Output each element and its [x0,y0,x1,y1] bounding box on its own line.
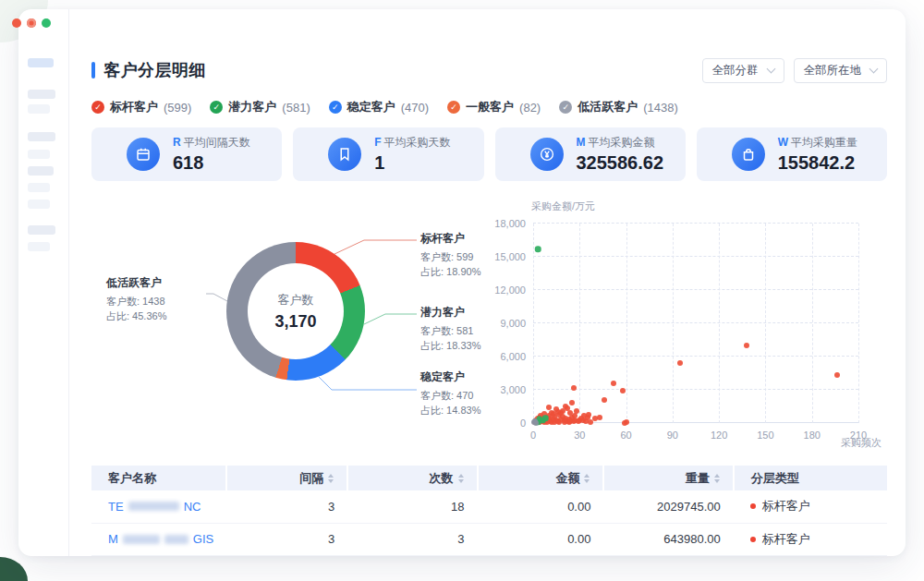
sort-caret-icon[interactable] [458,474,464,483]
interval-cell: 3 [226,490,347,523]
check-circle-icon: ✓ [559,101,572,114]
scatter-point [677,360,683,366]
legend-count: (1438) [643,101,678,115]
x-axis-tick-label: 30 [574,430,585,441]
interval-cell: 3 [226,523,347,555]
y-axis-tick-label: 12,000 [494,284,526,296]
window-zoom-button[interactable] [42,18,51,28]
gridline-horizontal [533,356,858,357]
gridline-vertical [719,224,720,423]
scatter-point [744,343,749,348]
legend-label: 稳定客户 [347,99,395,115]
customer-name-text: NC [184,500,201,514]
stat-label: R平均间隔天数 [173,135,250,151]
segment-type-badge: 标杆客户 [750,531,887,548]
scatter-point [533,420,539,426]
gridline-horizontal [533,223,858,224]
legend-item-3[interactable]: ✓稳定客户(470) [329,99,429,115]
bag-icon [732,138,765,171]
y-axis-tick-label: 0 [520,418,526,429]
location-filter-select[interactable]: 全部所在地 [794,58,888,83]
stat-card-r: R平均间隔天数618 [91,127,282,181]
legend-item-1[interactable]: ✓标杆客户(599) [91,99,191,115]
customer-name-text: TE [108,500,124,514]
sort-caret-icon[interactable] [584,474,590,483]
type-dot-icon [750,503,756,509]
scatter-x-axis-title: 采购频次 [841,436,881,450]
segment-type-badge: 标杆客户 [750,498,887,514]
yen-circle-icon [530,138,564,171]
chevron-down-icon [869,65,879,74]
table-header-4[interactable]: 金额 [478,466,604,490]
amount-cell: 0.00 [478,490,604,523]
scatter-point [542,416,549,422]
table-header-5[interactable]: 重量 [603,466,733,490]
stat-value: 155842.2 [778,152,857,174]
check-circle-icon: ✓ [210,101,223,114]
sidebar-skeleton-item [28,132,55,141]
donut-center-value: 3,170 [274,312,316,332]
sidebar [18,9,69,556]
column-label: 重量 [686,470,710,487]
donut-chart: 客户数 3,170 标杆客户 客户数: 599 占比: 18.90% 潜力客户 … [91,198,498,456]
gridline-vertical [673,224,674,423]
customer-name-text: GIS [193,532,213,546]
sidebar-skeleton-item [28,242,50,251]
y-axis-tick-label: 6,000 [500,351,526,362]
gridline-vertical [626,224,627,423]
times-cell: 3 [347,523,477,555]
customer-name-link[interactable]: MGIS [108,532,226,546]
sidebar-skeleton-item [28,166,54,176]
page-background: 客户分层明细 全部分群 全部所在地 ✓标杆客户(599)✓潜力客户(581)✓稳… [0,0,924,581]
sidebar-skeleton-item [28,104,50,114]
table-header-6: 分层类型 [734,466,887,490]
legend-label: 标杆客户 [110,99,158,115]
sort-caret-icon[interactable] [714,474,720,483]
decor-bottom-left [0,557,28,581]
scatter-point [597,415,602,420]
amount-cell: 0.00 [478,523,604,555]
table-header-2[interactable]: 间隔 [226,466,347,490]
legend-count: (82) [519,101,541,115]
x-axis-tick-label: 60 [620,430,631,441]
legend-count: (581) [282,101,310,115]
stat-value: 1 [374,152,450,174]
stat-card-m: M平均采购金额325586.62 [495,127,686,181]
customer-name-link[interactable]: TENC [108,500,226,514]
gridline-horizontal [533,256,858,257]
main-panel: 客户分层明细 全部分群 全部所在地 ✓标杆客户(599)✓潜力客户(581)✓稳… [69,9,906,556]
scatter-plot-area[interactable]: 03,0006,0009,00012,00015,00018,000030609… [533,224,858,423]
sidebar-skeleton-item [28,225,55,235]
check-circle-icon: ✓ [447,101,460,114]
table-header-3[interactable]: 次数 [347,466,477,490]
legend-item-5[interactable]: ✓低活跃客户(1438) [559,99,678,115]
window-close-button[interactable] [12,18,21,28]
chevron-down-icon [766,65,775,74]
x-axis-tick-label: 120 [711,430,727,441]
group-filter-select[interactable]: 全部分群 [702,58,784,83]
scatter-point [622,420,627,426]
page-title: 客户分层明细 [103,59,206,81]
legend-item-2[interactable]: ✓潜力客户(581) [210,99,310,115]
bookmark-icon [328,138,361,171]
donut-center: 客户数 3,170 [248,263,344,359]
redacted-text [164,535,188,544]
charts-row: 客户数 3,170 标杆客户 客户数: 599 占比: 18.90% 潜力客户 … [91,198,887,456]
donut-ring[interactable]: 客户数 3,170 [226,242,365,381]
column-label: 客户名称 [108,470,156,487]
column-label: 金额 [555,470,579,487]
sidebar-skeleton-item [28,200,50,209]
customer-name-text: M [108,532,118,546]
column-label: 间隔 [299,470,323,487]
scatter-point [611,381,616,386]
legend-item-4[interactable]: ✓一般客户(82) [447,99,541,115]
x-axis-tick-label: 180 [804,430,821,441]
sort-caret-icon[interactable] [328,474,334,483]
window-minimize-button[interactable] [27,18,36,28]
weight-cell: 643980.00 [603,523,733,555]
stat-value: 618 [173,152,250,174]
calendar-icon [127,138,160,171]
times-cell: 18 [347,490,477,523]
customer-table: 客户名称间隔次数金额重量分层类型 TENC3180.002029745.00标杆… [91,466,887,556]
scatter-chart: 采购金额/万元 03,0006,0009,00012,00015,00018,0… [498,198,887,456]
